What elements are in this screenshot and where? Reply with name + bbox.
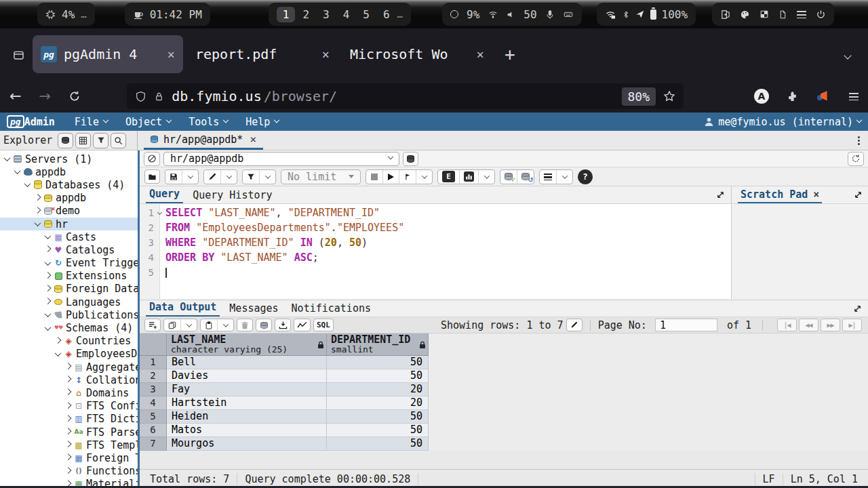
theme-icon[interactable]: [740, 9, 750, 20]
table-row[interactable]: 7Mourgos50: [140, 437, 868, 451]
connection-select[interactable]: hr/app@appdb: [163, 152, 399, 166]
search-button[interactable]: [111, 133, 126, 148]
collapse-caret-icon[interactable]: [23, 182, 32, 187]
close-icon[interactable]: [813, 188, 819, 201]
tree-item-foreign-tables[interactable]: ▦Foreign Tables: [0, 451, 138, 464]
menu-icon[interactable]: [797, 11, 806, 18]
tree-item-databases-4[interactable]: Databases (4): [0, 178, 138, 191]
cpu-indicator[interactable]: 4% …: [37, 3, 95, 26]
document-icon[interactable]: [778, 9, 787, 20]
cell-last-name[interactable]: Fay: [167, 383, 327, 396]
tree-item-domains[interactable]: ⌂Domains: [0, 386, 138, 399]
browser-tab-1[interactable]: pgpgAdmin 4: [33, 35, 183, 73]
explain-analyze-button[interactable]: [459, 170, 478, 184]
expand-caret-icon[interactable]: [43, 274, 52, 279]
edit-options-dropdown[interactable]: [220, 170, 237, 184]
collapse-caret-icon[interactable]: [43, 326, 52, 331]
expand-caret-icon[interactable]: [64, 443, 73, 447]
collapse-caret-icon[interactable]: [13, 169, 22, 174]
expand-caret-icon[interactable]: [64, 430, 73, 434]
rollback-button[interactable]: ↺: [517, 170, 534, 184]
next-page-button[interactable]: ▶▶: [821, 319, 840, 331]
new-tab-button[interactable]: +: [505, 44, 515, 64]
close-icon[interactable]: [322, 47, 330, 62]
cell-department-id[interactable]: 50: [327, 369, 429, 383]
copy-button[interactable]: [164, 319, 180, 331]
workspace-6[interactable]: 6: [377, 7, 396, 22]
panel-kebab-menu[interactable]: [858, 131, 860, 150]
paste-button[interactable]: [201, 319, 217, 331]
connection-status-button[interactable]: [144, 152, 160, 166]
collapse-caret-icon[interactable]: [54, 352, 62, 357]
expand-caret-icon[interactable]: [43, 247, 52, 252]
cell-department-id[interactable]: 50: [327, 424, 429, 437]
expand-caret-icon[interactable]: [33, 196, 42, 201]
address-bar[interactable]: db.fymio.us/browser/ 80%: [127, 83, 684, 109]
cell-department-id[interactable]: 50: [327, 356, 429, 369]
save-options-dropdown[interactable]: [182, 170, 198, 184]
macro-list-button[interactable]: [540, 170, 556, 184]
close-icon[interactable]: [167, 47, 175, 62]
row-number-cell[interactable]: 3: [140, 383, 167, 396]
sql-button[interactable]: SQL: [313, 319, 334, 331]
copy-dropdown[interactable]: [180, 319, 197, 331]
expand-scratch-icon[interactable]: [854, 190, 863, 199]
lock-icon[interactable]: [154, 92, 164, 102]
tree-item-servers-1[interactable]: Servers (1): [0, 152, 138, 165]
workspace-5[interactable]: 5: [357, 7, 376, 22]
row-number-cell[interactable]: 7: [140, 437, 167, 451]
table-row[interactable]: 1Bell50: [140, 356, 868, 369]
tree-item-aggregates[interactable]: ▤Aggregates: [0, 361, 138, 373]
collapse-caret-icon[interactable]: [43, 235, 52, 239]
cell-last-name[interactable]: Heiden: [167, 410, 327, 424]
table-row[interactable]: 2Davies50: [140, 369, 868, 383]
collapse-caret-icon[interactable]: [33, 222, 42, 226]
expand-caret-icon[interactable]: [64, 404, 73, 409]
tree-item-employeesdepartments[interactable]: ◈EmployeesDepartments: [0, 348, 138, 361]
expand-caret-icon[interactable]: [43, 300, 52, 304]
tab-notifications[interactable]: Notifications: [288, 302, 374, 317]
paste-dropdown[interactable]: [217, 319, 233, 331]
row-number-cell[interactable]: 4: [140, 396, 167, 410]
power-icon[interactable]: [816, 9, 826, 20]
cell-last-name[interactable]: Matos: [167, 424, 327, 437]
download-results-button[interactable]: [275, 319, 291, 331]
tree-item-fts-configurations[interactable]: ⊡FTS Configurations: [0, 400, 138, 413]
expand-caret-icon[interactable]: [64, 378, 73, 382]
filter-tree-button[interactable]: [93, 133, 108, 148]
clock-indicator[interactable]: 01:42 PM: [125, 3, 210, 26]
menu-tools[interactable]: Tools: [180, 113, 237, 131]
expand-caret-icon[interactable]: [64, 417, 73, 422]
forward-button[interactable]: →: [39, 88, 52, 104]
expand-caret-icon[interactable]: [64, 469, 73, 474]
object-explorer-button[interactable]: [58, 133, 73, 148]
workspace-1[interactable]: 1: [277, 7, 296, 22]
first-page-button[interactable]: |◀: [777, 319, 797, 331]
tree-item-functions[interactable]: ()Functions: [0, 465, 138, 478]
edit-button[interactable]: [204, 170, 220, 184]
tree-item-countries[interactable]: ◈Countries: [0, 335, 138, 348]
workspace-2[interactable]: 2: [296, 7, 315, 22]
expand-caret-icon[interactable]: [64, 390, 73, 395]
menu-help[interactable]: Help: [237, 113, 288, 131]
cursor-position-indicator[interactable]: Ln 5, Col 1: [783, 473, 865, 485]
tree-item-foreign-data-wrappers[interactable]: Foreign Data Wrappers: [0, 283, 138, 296]
tree-item-fts-dictionaries[interactable]: ▥FTS Dictionaries: [0, 413, 138, 426]
tree-item-demo[interactable]: ×demo: [0, 205, 138, 218]
page-number-input[interactable]: [655, 319, 717, 331]
corner-cell[interactable]: [140, 333, 167, 356]
screenshot-icon[interactable]: [760, 9, 769, 19]
edit-range-button[interactable]: [566, 319, 583, 331]
reload-button[interactable]: [68, 90, 81, 102]
tree-item-languages[interactable]: Languages: [0, 296, 138, 308]
tree-item-collations[interactable]: ↕Collations: [0, 373, 138, 386]
new-connection-button[interactable]: [403, 152, 418, 166]
tree-item-fts-parsers[interactable]: AaFTS Parsers: [0, 426, 138, 439]
table-row[interactable]: 6Matos50: [140, 424, 868, 437]
filter-options-dropdown[interactable]: [259, 170, 275, 184]
cell-department-id[interactable]: 20: [327, 383, 429, 396]
cell-last-name[interactable]: Bell: [167, 356, 327, 369]
back-button[interactable]: ←: [9, 88, 22, 104]
reset-layout-button[interactable]: [848, 152, 864, 166]
browser-tab-2[interactable]: report.pdf: [187, 35, 338, 73]
